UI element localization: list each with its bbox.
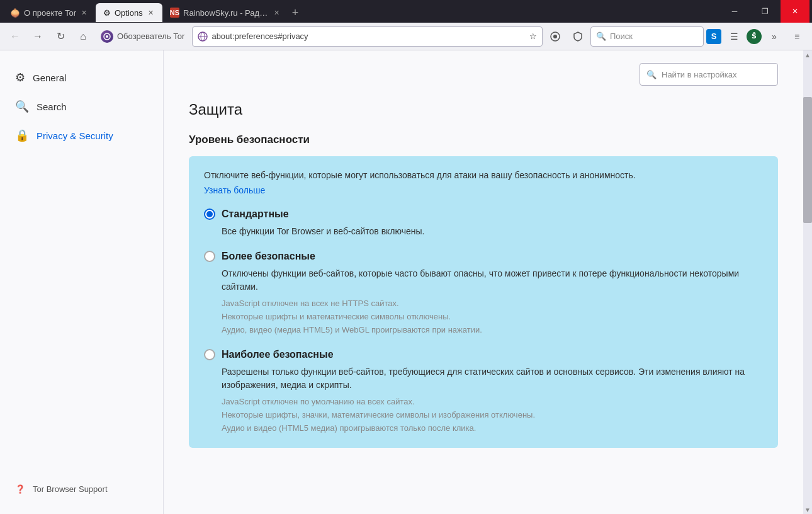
option-safer-desc: Отключены функции веб-сайтов, которые ча… (222, 267, 763, 294)
option-safer-row: Более безопасные (204, 251, 763, 262)
settings-search-placeholder: Найти в настройках (662, 70, 737, 79)
sidebar-toggle-btn[interactable]: ☰ (724, 26, 744, 47)
sidebar-item-search[interactable]: 🔍 Search (0, 92, 163, 121)
general-icon: ⚙ (15, 71, 25, 84)
sidebar-spacer (0, 150, 163, 477)
page-title: Защита (189, 101, 778, 118)
shield-icon-btn[interactable] (568, 26, 588, 47)
tor-logo-icon (101, 30, 113, 43)
option-safest-details: JavaScript отключен по умолчанию на всех… (222, 396, 763, 435)
sidebar-item-privacy[interactable]: 🔒 Privacy & Security (0, 121, 163, 150)
sidebar-label-privacy: Privacy & Security (37, 130, 113, 141)
tab-close-1[interactable]: ✕ (80, 8, 88, 18)
lock-icon: 🔒 (15, 128, 29, 142)
scrollbar[interactable]: ▲ ▼ (803, 50, 812, 514)
safer-detail-2: Некоторые шрифты и математические символ… (222, 311, 763, 324)
radio-standard[interactable] (204, 208, 215, 220)
option-safest-title: Наиболее безопасные (222, 349, 334, 360)
security-level-box: Отключите веб-функции, которые могут исп… (189, 156, 778, 448)
tor-label: Обозреватель Tor (117, 31, 184, 41)
option-standard-title: Стандартные (222, 208, 289, 220)
browser-chrome: 🧅 О проекте Tor ✕ ⚙ Options ✕ NS Rainbow… (0, 0, 812, 50)
forward-button[interactable]: → (28, 26, 48, 47)
window-controls: ─ ❐ ✕ (720, 0, 809, 23)
gear-favicon: ⚙ (103, 8, 111, 18)
address-bar[interactable]: about:preferences#privacy ☆ (192, 26, 543, 47)
safer-detail-3: Аудио, видео (медиа HTML5) и WebGL проиг… (222, 324, 763, 337)
search-icon-nav: 🔍 (596, 31, 606, 41)
sidebar-label-search: Search (37, 101, 67, 112)
sidebar-label-general: General (33, 72, 66, 83)
reload-button[interactable]: ↻ (50, 26, 70, 47)
menu-btn[interactable]: ≡ (787, 26, 807, 47)
settings-search-icon: 🔍 (646, 70, 657, 79)
option-safer-details: JavaScript отключен на всех не HTTPS сай… (222, 297, 763, 336)
tab-close-2[interactable]: ✕ (147, 8, 155, 18)
security-icon (550, 31, 560, 42)
section-title: Уровень безопасности (189, 134, 778, 146)
radio-safest[interactable] (204, 349, 215, 360)
scroll-up-btn[interactable]: ▲ (803, 50, 812, 59)
safest-detail-2: Некоторые шрифты, значки, математические… (222, 409, 763, 422)
address-text: about:preferences#privacy (211, 31, 526, 41)
safer-detail-1: JavaScript отключен на всех не HTTPS сай… (222, 297, 763, 311)
option-standard: Стандартные Все функции Tor Browser и ве… (204, 208, 763, 238)
search-icon: 🔍 (15, 100, 29, 113)
svg-point-1 (106, 35, 108, 38)
option-safest-row: Наиболее безопасные (204, 349, 763, 360)
scrollbar-thumb[interactable] (803, 97, 812, 223)
bookmark-icon[interactable]: ☆ (529, 31, 537, 41)
tab-close-3[interactable]: ✕ (273, 8, 281, 18)
svg-point-6 (553, 35, 557, 38)
tab-about-tor[interactable]: 🧅 О проекте Tor ✕ (3, 3, 96, 22)
settings-search-box[interactable]: 🔍 Найти в настройках (640, 63, 778, 86)
option-safest: Наиболее безопасные Разрешены только фун… (204, 349, 763, 435)
support-icon: ❓ (15, 484, 25, 494)
security-icon-btn[interactable] (545, 26, 565, 47)
tab-title-2: Options (115, 8, 143, 18)
tab-rainbowsky[interactable]: NS RainbowSky.ru - Радужное Не... ✕ (162, 3, 288, 22)
content-area: 🔍 Найти в настройках Защита Уровень безо… (164, 50, 803, 514)
main-area: ⚙ General 🔍 Search 🔒 Privacy & Security … (0, 50, 812, 514)
skype-icon[interactable]: S (706, 29, 721, 44)
shield-icon (573, 31, 583, 42)
home-button[interactable]: ⌂ (73, 26, 93, 47)
nav-bar: ← → ↻ ⌂ Обозреватель Tor about:preferenc… (0, 23, 812, 50)
search-placeholder: Поиск (610, 31, 633, 41)
restore-button[interactable]: ❐ (750, 0, 779, 23)
sidebar: ⚙ General 🔍 Search 🔒 Privacy & Security … (0, 50, 164, 514)
option-safer-title: Более безопасные (222, 251, 315, 262)
option-standard-row: Стандартные (204, 208, 763, 220)
ns-favicon: NS (170, 8, 179, 18)
address-bar-icon (198, 31, 208, 42)
support-label: Tor Browser Support (33, 484, 108, 494)
radio-safer[interactable] (204, 251, 215, 262)
tor-logo[interactable]: Обозреватель Tor (96, 30, 189, 43)
back-button[interactable]: ← (5, 26, 25, 47)
option-standard-desc: Все функции Tor Browser и веб-сайтов вкл… (222, 225, 763, 238)
close-button[interactable]: ✕ (781, 0, 809, 23)
minimize-button[interactable]: ─ (720, 0, 749, 23)
option-safer: Более безопасные Отключены функции веб-с… (204, 251, 763, 336)
learn-more-link[interactable]: Узнать больше (204, 185, 265, 195)
tab-title-3: RainbowSky.ru - Радужное Не... (183, 8, 269, 18)
more-tools-btn[interactable]: » (764, 26, 784, 47)
sidebar-item-general[interactable]: ⚙ General (0, 63, 163, 92)
browser-search-box[interactable]: 🔍 Поиск (590, 26, 704, 47)
intro-text: Отключите веб-функции, которые могут исп… (204, 169, 763, 182)
s2-icon[interactable]: S̈ (747, 29, 762, 44)
tab-options[interactable]: ⚙ Options ✕ (96, 3, 162, 22)
safest-detail-3: Аудио и видео (HTML5 медиа) проигрываютс… (222, 422, 763, 435)
new-tab-button[interactable]: + (288, 6, 303, 20)
safest-detail-1: JavaScript отключен по умолчанию на всех… (222, 396, 763, 409)
option-safest-desc: Разрешены только функции веб-сайтов, тре… (222, 365, 763, 392)
scroll-down-btn[interactable]: ▼ (803, 505, 812, 514)
tab-bar: 🧅 О проекте Tor ✕ ⚙ Options ✕ NS Rainbow… (0, 0, 812, 23)
tab-title-1: О проекте Tor (24, 8, 76, 18)
sidebar-support[interactable]: ❓ Tor Browser Support (0, 477, 163, 501)
tor-favicon: 🧅 (10, 8, 20, 18)
